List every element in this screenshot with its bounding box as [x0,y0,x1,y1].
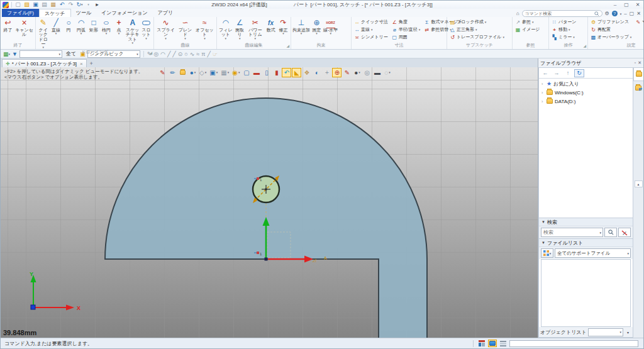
cancel-button[interactable]: × キャンセル [14,18,34,37]
filelist-section-header[interactable]: ▼ ファイルリスト [539,238,633,247]
filter-line-icon[interactable]: ╱ [167,50,170,58]
dimension-editor-button[interactable]: ✎寸法エディタ▾ [635,18,644,26]
reference-button[interactable]: ↗参照▾ [515,18,546,26]
export-icon[interactable]: ▦ [50,1,57,8]
filter-circle-icon[interactable]: ⊙ [178,50,183,58]
offset-button[interactable]: ≈ オフセット▾ [194,18,215,40]
chamfer-button[interactable]: ∠ 面取り▾ [234,18,246,40]
redo-icon[interactable]: ↷ [67,1,74,8]
save-icon[interactable]: ▣ [32,1,39,8]
search-section-header[interactable]: ▼ 検索 [539,218,633,226]
tab-information[interactable]: インフォメーション [96,9,153,17]
fix-button[interactable]: ⊕ 固定▾ [311,18,323,35]
line-button[interactable]: ╱ 直線▾ [50,18,62,35]
view-mode-button[interactable]: ▾ [541,248,553,258]
move-button[interactable]: +移動▾ [552,26,585,33]
drawing-launcher-icon[interactable]: ◢ [149,50,152,56]
regen-icon[interactable]: ↻▾ [76,1,83,8]
tab-close-icon[interactable]: × [80,61,83,67]
nav-forward-icon[interactable]: → [552,69,562,77]
rearrange-button[interactable]: ↻再配置 [591,26,631,33]
power-trim-button[interactable]: ✂ パワートリム▾ [247,18,264,40]
image-button[interactable]: ▦イメージ [515,26,546,33]
close-button[interactable]: ✕ [634,2,641,8]
panel-float-icon[interactable]: ▫ [635,60,636,65]
linear-dimension-button[interactable]: ↔直線▾ [354,26,388,33]
trace-profile-button[interactable]: ↺トレースプロファイル▾ [450,33,509,41]
nav-refresh-icon[interactable]: ↻ [574,69,584,77]
add-constraint-button[interactable]: ⊥ 拘束追加▾ [292,18,310,35]
layer-manager-icon[interactable]: ▦▾ [3,50,10,58]
print-icon[interactable]: ▤ [41,1,48,8]
symmetry-dimension-button[interactable]: ≍シンメトリー [354,33,388,41]
modify-button[interactable]: ↷ 修正▾ [277,18,289,35]
status-monitor-icon[interactable] [488,340,497,347]
line-horizontal-button[interactable]: HORZ 線-水平▾ [323,18,338,35]
equation-button[interactable]: fx 数式 [265,18,277,32]
exit-button[interactable]: ↩ 終了 [2,18,14,32]
expander-icon[interactable]: › [541,99,545,104]
pattern-button[interactable]: ∷パターン [552,18,585,26]
filter-slash-icon[interactable]: ╱ [207,50,210,58]
file-list[interactable] [541,259,631,327]
triangle-button[interactable]: △正三角形▾ [450,26,509,33]
tab-sketch[interactable]: スケッチ [39,9,71,17]
arc-button[interactable]: ◠ 円弧▾ [75,18,87,35]
file-filter-combo[interactable]: 全てのサポートファイル ▾ [555,248,631,258]
blend-button[interactable]: ∽ ブレンド▾ [177,18,194,40]
sketch-origin-point[interactable] [265,258,268,261]
point-button[interactable]: + 点▾ [113,18,125,35]
sketch-canvas[interactable]: <F2> を押している間はダイナミック ビューモードになります。 <マウス右ボタ… [1,67,538,338]
command-search-box[interactable] [522,10,602,17]
new-file-icon[interactable]: ▢ [14,1,21,8]
angle-dimension-button[interactable]: ∠角度 [392,18,420,26]
command-search-input[interactable] [525,11,594,16]
expander-icon[interactable]: › [541,91,545,95]
circle-button[interactable]: ○ 円 [63,18,75,32]
filter-ellipse-icon[interactable]: ○ [184,50,187,58]
filter-funnel-icon[interactable]: ▼ [12,50,18,58]
filter-spline-icon[interactable]: ∿ [190,50,195,58]
ellipse-button[interactable]: ○ 楕円▾ [101,18,113,35]
fillet-button[interactable]: ◠ フィレット▾ [218,18,233,40]
doc-restore-button[interactable]: ▢ [630,11,635,16]
radius-diameter-button[interactable]: ⌀半径/直径▾ [392,26,420,33]
open-file-icon[interactable]: ▨ [23,1,30,8]
tab-file[interactable]: ファイル(F) [2,9,39,17]
filter-vertex-icon[interactable]: ◎ [153,50,158,58]
spline-button[interactable]: ∿ スプライン▾ [155,18,176,40]
overlap-button[interactable]: ▩オーバーラップ▾ [591,33,631,41]
expander-icon[interactable]: › [541,82,545,86]
curve-edit-launcher-icon[interactable]: ◢ [286,43,289,49]
operation-launcher-icon[interactable]: ◢ [583,43,586,49]
reuse-library-tab[interactable] [633,81,643,95]
qat-customize-icon[interactable]: ▾ [85,1,92,8]
object-list-expand-icon[interactable]: ▾ [625,328,631,336]
tab-tools[interactable]: ツール [71,9,96,17]
doc-minimize-button[interactable]: ‒ [624,11,626,16]
preferences-button[interactable]: ⚙プリファレンス [591,18,631,26]
search-go-button[interactable] [604,228,617,237]
filter-hand-icon[interactable]: ☞ [213,50,218,58]
quick-draw-button[interactable]: ✎ クイックドロー▾ [37,18,50,49]
help-icon[interactable]: ? [612,11,618,16]
strip-scroll-up-icon[interactable]: ▲ [635,180,643,187]
restore-button[interactable]: ▢ [623,2,630,8]
search-clear-button[interactable] [618,228,631,237]
document-tab[interactable]: ✛ * パート001.Z3 - [スケッチ3] × [2,59,87,67]
search-combo[interactable]: ▾ [541,228,603,237]
filter-curve-icon[interactable]: ≈ [196,50,199,58]
doc-close-button[interactable]: ✕ [636,11,641,16]
file-browser-tab[interactable] [633,67,643,81]
nav-up-icon[interactable]: ↑ [563,69,573,77]
filter-segment-icon[interactable]: ╱ [172,50,175,58]
tree-item-windows-c[interactable]: › Windows(C:) [539,88,633,97]
panel-close-icon[interactable]: ✕ [638,60,641,65]
start-app-icon[interactable]: ▸ [94,1,101,8]
minimize-button[interactable]: ‒ [611,2,619,8]
create-block-button[interactable]: ▤ブロック作成▾ [450,18,509,26]
undo-icon[interactable]: ↶ [58,1,65,8]
home-icon[interactable]: ⌂ [516,11,519,16]
settings-gear-icon[interactable]: ⚙ [605,11,609,16]
filter-pi-icon[interactable]: π [201,50,205,58]
